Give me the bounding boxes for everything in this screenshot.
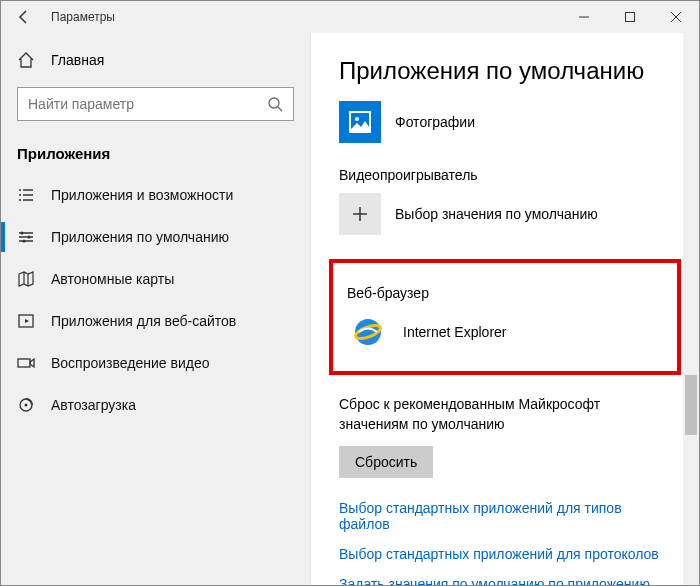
reset-button[interactable]: Сбросить [339,446,433,478]
main-content: Приложения по умолчанию Фотографии Видео… [311,33,699,585]
maximize-icon [625,12,635,22]
arrow-left-icon [16,9,32,25]
back-button[interactable] [1,1,47,33]
minimize-icon [579,12,589,22]
home-nav[interactable]: Главная [1,41,310,79]
sidebar-item-apps-features[interactable]: Приложения и возможности [1,174,310,216]
choose-default-label: Выбор значения по умолчанию [395,206,598,222]
page-title: Приложения по умолчанию [339,57,671,85]
sidebar-item-label: Автономные карты [51,271,174,287]
maximize-button[interactable] [607,1,653,33]
sidebar-item-video-playback[interactable]: Воспроизведение видео [1,342,310,384]
link-protocols[interactable]: Выбор стандартных приложений для протоко… [339,546,671,562]
sidebar-item-default-apps[interactable]: Приложения по умолчанию [1,216,310,258]
close-button[interactable] [653,1,699,33]
highlighted-section: Веб-браузер Internet Explorer [329,259,681,375]
scrollbar[interactable] [683,33,699,585]
website-icon [17,312,35,330]
minimize-button[interactable] [561,1,607,33]
svg-point-16 [28,236,31,239]
titlebar: Параметры [1,1,699,33]
svg-point-4 [269,98,279,108]
map-icon [17,270,35,288]
search-box[interactable] [17,87,294,121]
svg-rect-1 [626,13,635,22]
defaults-icon [17,228,35,246]
svg-point-17 [23,240,26,243]
search-input[interactable] [28,96,267,112]
category-video-player: Видеопроигрыватель [339,167,671,183]
sidebar-section-title: Приложения [1,137,310,174]
category-web-browser: Веб-браузер [347,285,663,301]
links-section: Выбор стандартных приложений для типов ф… [339,500,671,585]
choose-default-video[interactable]: Выбор значения по умолчанию [339,193,671,235]
svg-line-5 [278,107,282,111]
svg-point-21 [25,404,28,407]
list-icon [17,186,35,204]
link-by-app[interactable]: Задать значения по умолчанию по приложен… [339,576,671,585]
sidebar-item-label: Автозагрузка [51,397,136,413]
svg-rect-19 [18,359,30,367]
sidebar: Главная Приложения Приложения и возможно… [1,33,311,585]
sidebar-item-label: Приложения по умолчанию [51,229,229,245]
scroll-thumb[interactable] [685,375,697,435]
window-controls [561,1,699,33]
home-label: Главная [51,52,104,68]
sidebar-item-label: Приложения для веб-сайтов [51,313,236,329]
sidebar-item-startup[interactable]: Автозагрузка [1,384,310,426]
default-app-browser[interactable]: Internet Explorer [347,311,663,353]
sidebar-item-label: Воспроизведение видео [51,355,209,371]
close-icon [671,12,681,22]
plus-icon [339,193,381,235]
link-filetypes[interactable]: Выбор стандартных приложений для типов ф… [339,500,671,532]
app-label: Фотографии [395,114,475,130]
default-app-photos[interactable]: Фотографии [339,101,671,143]
home-icon [17,51,35,69]
search-icon [267,96,283,112]
reset-section: Сброс к рекомендованным Майкрософт значе… [339,395,671,478]
sidebar-item-label: Приложения и возможности [51,187,233,203]
window-title: Параметры [47,10,561,24]
app-label: Internet Explorer [403,324,507,340]
sidebar-item-website-apps[interactable]: Приложения для веб-сайтов [1,300,310,342]
svg-point-15 [21,232,24,235]
svg-point-23 [355,117,359,121]
startup-icon [17,396,35,414]
photos-icon [339,101,381,143]
sidebar-item-offline-maps[interactable]: Автономные карты [1,258,310,300]
ie-icon [347,311,389,353]
video-icon [17,354,35,372]
reset-description: Сброс к рекомендованным Майкрософт значе… [339,395,671,434]
